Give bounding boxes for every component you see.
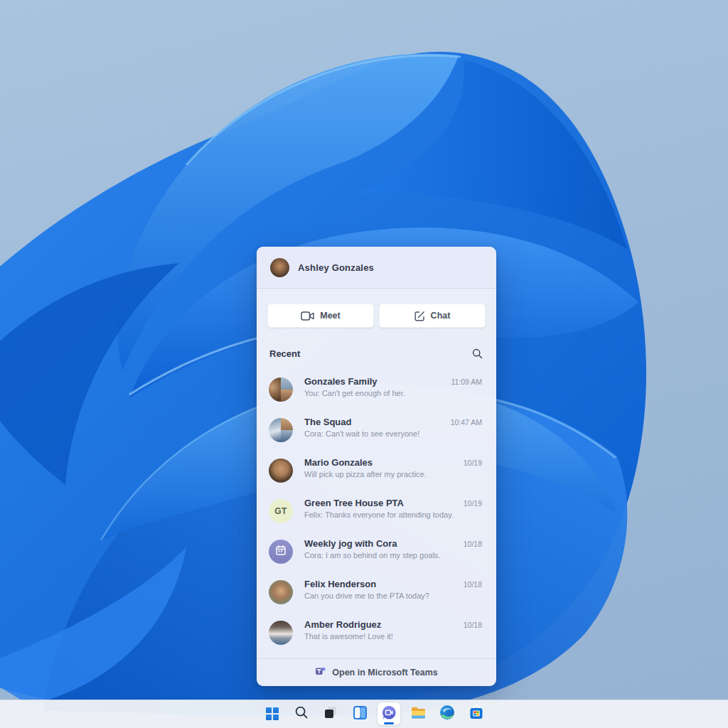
avatar-initials: GT	[274, 506, 287, 516]
conversation-title: Amber Rodriguez	[304, 619, 381, 630]
conversation-row[interactable]: Amber Rodriguez That is awesome! Love it…	[257, 614, 496, 654]
conversation-preview: That is awesome! Love it!	[304, 632, 393, 641]
conversation-time: 10/18	[464, 540, 482, 548]
taskbar-icon-group	[261, 702, 488, 725]
video-camera-icon	[301, 311, 314, 321]
conversation-list: Gonzales Family You: Can't get enough of…	[257, 370, 496, 654]
conversation-title: The Squad	[304, 417, 351, 427]
conversation-time: 11:09 AM	[451, 378, 482, 386]
conversation-preview: You: Can't get enough of her.	[304, 389, 405, 397]
conversation-preview: Felix: Thanks everyone for attending tod…	[304, 510, 454, 519]
conversation-time: 10:47 AM	[451, 418, 482, 427]
conversation-preview: Cora: Can't wait to see everyone!	[304, 429, 419, 438]
conversation-time: 10/19	[464, 499, 482, 508]
teams-chat-icon	[381, 705, 397, 724]
widgets-button[interactable]	[348, 702, 371, 725]
task-view-icon	[323, 705, 338, 722]
microsoft-store-button[interactable]	[465, 702, 488, 725]
group-avatar	[269, 418, 293, 442]
meet-button[interactable]: Meet	[267, 304, 374, 328]
quick-actions: Meet Chat	[267, 304, 486, 328]
store-icon	[469, 705, 484, 723]
chat-button-label: Chat	[431, 311, 451, 321]
open-in-teams-label: Open in Microsoft Teams	[332, 668, 437, 678]
task-view-button[interactable]	[319, 702, 342, 725]
meet-button-label: Meet	[320, 311, 340, 321]
flyout-header: Ashley Gonzales	[257, 247, 496, 289]
contact-avatar	[269, 621, 293, 645]
contact-avatar	[269, 459, 293, 483]
windows-logo-icon	[266, 707, 279, 720]
conversation-time: 10/18	[464, 580, 482, 589]
search-icon	[294, 705, 309, 722]
teams-chat-button[interactable]	[378, 702, 400, 725]
calendar-avatar	[269, 540, 293, 564]
conversation-title: Gonzales Family	[304, 376, 378, 387]
conversation-time: 10/19	[464, 459, 482, 467]
group-avatar	[269, 378, 293, 402]
conversation-title: Green Tree House PTA	[304, 498, 404, 508]
open-in-teams-button[interactable]: Open in Microsoft Teams	[257, 658, 496, 686]
conversation-row[interactable]: Felix Henderson Can you drive me to the …	[257, 573, 496, 614]
start-button[interactable]	[261, 702, 284, 725]
conversation-row[interactable]: Mario Gonzales Will pick up pizza after …	[257, 451, 496, 492]
calendar-icon	[275, 545, 287, 559]
taskbar	[0, 700, 728, 728]
user-name: Ashley Gonzales	[298, 262, 374, 273]
conversation-row[interactable]: The Squad Cora: Can't wait to see everyo…	[257, 411, 496, 451]
conversation-title: Mario Gonzales	[304, 457, 373, 468]
edge-icon	[439, 705, 455, 723]
widgets-icon	[353, 705, 368, 723]
recent-label: Recent	[269, 348, 300, 359]
compose-icon	[414, 311, 425, 321]
recent-section-header: Recent	[269, 346, 483, 360]
edge-button[interactable]	[436, 702, 459, 725]
chat-button[interactable]: Chat	[379, 304, 486, 328]
conversation-preview: Cora: I am so behind on my step goals.	[304, 551, 440, 560]
file-explorer-button[interactable]	[407, 702, 429, 725]
conversation-time: 10/18	[464, 621, 482, 629]
contact-avatar	[269, 580, 293, 604]
conversation-row[interactable]: Weekly jog with Cora Cora: I am so behin…	[257, 532, 496, 573]
teams-logo-icon	[315, 665, 326, 680]
teams-chat-flyout: Ashley Gonzales Meet Chat Recent	[257, 247, 496, 686]
taskbar-search-button[interactable]	[290, 702, 313, 725]
active-app-indicator	[384, 722, 394, 724]
conversation-title: Weekly jog with Cora	[304, 538, 397, 549]
conversation-row[interactable]: Gonzales Family You: Can't get enough of…	[257, 370, 496, 411]
conversation-preview: Can you drive me to the PTA today?	[304, 592, 429, 600]
conversation-row[interactable]: GT Green Tree House PTA Felix: Thanks ev…	[257, 492, 496, 532]
user-avatar[interactable]	[270, 258, 289, 277]
search-icon[interactable]	[471, 347, 483, 360]
desktop: Ashley Gonzales Meet Chat Recent	[0, 0, 728, 728]
conversation-preview: Will pick up pizza after my practice.	[304, 470, 427, 478]
initials-avatar: GT	[269, 499, 293, 523]
conversation-title: Felix Henderson	[304, 579, 376, 589]
folder-icon	[410, 705, 427, 724]
